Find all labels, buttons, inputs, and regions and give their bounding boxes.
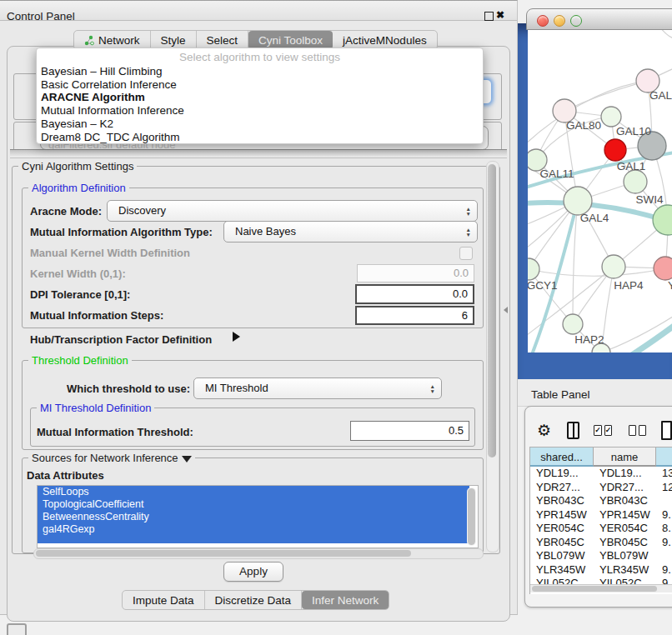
- algorithm-option[interactable]: Bayesian – Hill Climbing: [37, 65, 483, 78]
- deselect-all-checkbox-icon[interactable]: [629, 425, 636, 436]
- table-row[interactable]: YBR043CYBR043C: [530, 494, 672, 508]
- table-cell[interactable]: YDL19...: [594, 467, 656, 481]
- zoom-traffic-light-icon[interactable]: [570, 15, 582, 27]
- attribute-item-partial[interactable]: [38, 536, 469, 543]
- data-attributes-list[interactable]: SelfLoopsTopologicalCoefficientBetweenne…: [37, 485, 479, 548]
- table-cell[interactable]: 9.: [656, 508, 672, 522]
- algorithm-option[interactable]: Basic Correlation Inference: [37, 78, 483, 92]
- column-header-partial[interactable]: [656, 448, 672, 467]
- minimize-traffic-light-icon[interactable]: [554, 15, 565, 27]
- network-edge[interactable]: [659, 30, 672, 40]
- expand-arrow-icon[interactable]: [233, 332, 240, 342]
- algorithm-option[interactable]: ARACNE Algorithm: [37, 91, 483, 104]
- table-cell[interactable]: YBR045C: [530, 536, 594, 550]
- table-cell[interactable]: YPR145W: [530, 508, 594, 522]
- node-table[interactable]: shared... name YDL19...YDL19...13YDR27..…: [529, 447, 672, 594]
- table-cell[interactable]: YBR045C: [594, 536, 656, 550]
- table-cell[interactable]: 9.: [656, 563, 672, 578]
- mi-threshold-field[interactable]: 0.5: [350, 421, 469, 441]
- tab-jactivemnodules[interactable]: jActiveMNodules: [333, 31, 437, 49]
- table-row[interactable]: YDR27...YDR27...12: [530, 481, 672, 495]
- table-cell[interactable]: YDR27...: [530, 481, 594, 495]
- table-row[interactable]: YBL079WYBL079W: [530, 549, 672, 563]
- deselect-all-checkbox-icon[interactable]: [639, 425, 646, 436]
- mi-steps-field[interactable]: 6: [355, 306, 474, 325]
- attribute-item[interactable]: gal4RGexp: [38, 523, 469, 536]
- table-row[interactable]: YLR345WYLR345W9.: [530, 563, 672, 578]
- network-node[interactable]: [564, 187, 592, 215]
- table-row[interactable]: YDL19...YDL19...13: [530, 467, 672, 481]
- table-cell[interactable]: YBR043C: [594, 494, 656, 508]
- minimized-panel-icon[interactable]: [7, 623, 27, 635]
- tab-style[interactable]: Style: [151, 31, 197, 49]
- close-traffic-light-icon[interactable]: [537, 15, 549, 27]
- table-options-gear-icon[interactable]: ⚙: [537, 421, 551, 440]
- attribute-item[interactable]: TopologicalCoefficient: [38, 498, 469, 511]
- table-row[interactable]: YPR145WYPR145W9.: [530, 508, 672, 522]
- attribute-item[interactable]: SelfLoops: [38, 486, 469, 498]
- tab-discretize-data[interactable]: Discretize Data: [205, 591, 303, 609]
- table-cell[interactable]: YLR345W: [594, 563, 656, 578]
- table-cell[interactable]: [656, 494, 672, 508]
- attributes-scrollbar-thumb[interactable]: [468, 488, 475, 545]
- tab-infer-network[interactable]: Infer Network: [302, 591, 389, 609]
- table-cell[interactable]: YER054C: [530, 522, 594, 536]
- table-cell[interactable]: 12: [656, 481, 672, 495]
- kernel-width-field[interactable]: 0.0: [357, 264, 474, 282]
- manual-kernel-width-checkbox[interactable]: [459, 247, 473, 260]
- select-all-checkbox-icon[interactable]: ✓: [604, 425, 613, 436]
- network-node[interactable]: [602, 255, 625, 278]
- float-window-icon[interactable]: [484, 12, 494, 21]
- apply-button[interactable]: Apply: [223, 562, 283, 582]
- network-node[interactable]: [601, 107, 621, 127]
- table-cell[interactable]: YBR043C: [530, 494, 594, 508]
- network-edge-highlighted[interactable]: [628, 322, 672, 352]
- network-node[interactable]: [563, 314, 583, 334]
- table-horizontal-scrollbar[interactable]: [530, 584, 672, 592]
- column-header-name[interactable]: name: [594, 448, 656, 467]
- settings-horizontal-scrollbar[interactable]: [33, 548, 484, 559]
- table-cell[interactable]: 8.: [656, 522, 672, 536]
- table-cell[interactable]: YDR27...: [594, 481, 656, 495]
- algorithm-option[interactable]: Mutual Information Inference: [37, 104, 483, 118]
- table-cell[interactable]: 13: [656, 467, 672, 481]
- collapse-arrow-icon[interactable]: [182, 456, 192, 462]
- table-cell[interactable]: YER054C: [594, 522, 656, 536]
- network-node[interactable]: [624, 170, 647, 193]
- column-header-shared-name[interactable]: shared...: [530, 448, 594, 467]
- network-node[interactable]: [528, 258, 539, 280]
- panel-divider-handle[interactable]: [504, 307, 508, 313]
- close-icon[interactable]: ✖: [496, 9, 504, 21]
- tab-impute-data[interactable]: Impute Data: [123, 591, 205, 609]
- table-row[interactable]: YBR045CYBR045C9.: [530, 536, 672, 550]
- algorithm-option[interactable]: Bayesian – K2: [37, 118, 483, 131]
- table-cell[interactable]: 9.: [656, 536, 672, 550]
- network-node[interactable]: [604, 139, 626, 161]
- select-all-checkbox-icon[interactable]: ✓: [594, 425, 602, 436]
- settings-vertical-scrollbar-thumb[interactable]: [488, 164, 496, 458]
- table-cell[interactable]: YDL19...: [530, 467, 594, 481]
- table-cell[interactable]: YPR145W: [594, 508, 656, 522]
- tab-network[interactable]: Network: [74, 31, 151, 49]
- network-window-titlebar[interactable]: [526, 8, 672, 30]
- tab-cyni-toolbox[interactable]: Cyni Toolbox: [248, 31, 333, 49]
- table-row[interactable]: YER054CYER054C8.: [530, 522, 672, 536]
- table-cell[interactable]: [656, 549, 672, 563]
- network-edge[interactable]: [529, 268, 665, 276]
- network-node[interactable]: [654, 257, 672, 280]
- mi-algorithm-type-combobox[interactable]: Naive Bayes ▲▼: [223, 221, 478, 242]
- new-table-page-icon[interactable]: [661, 421, 672, 440]
- table-cell[interactable]: YLR345W: [530, 563, 594, 578]
- algorithm-option[interactable]: Dream8 DC_TDC Algorithm: [37, 131, 483, 144]
- table-cell[interactable]: YBL079W: [530, 549, 594, 563]
- split-columns-icon[interactable]: [567, 422, 579, 439]
- attribute-item[interactable]: BetweennessCentrality: [38, 511, 469, 523]
- which-threshold-combobox[interactable]: MI Threshold ▲▼: [193, 378, 442, 399]
- tab-select[interactable]: Select: [197, 31, 249, 49]
- table-horizontal-scrollbar-thumb[interactable]: [532, 586, 657, 592]
- settings-vertical-scrollbar[interactable]: [486, 161, 499, 552]
- table-cell[interactable]: YBL079W: [594, 549, 656, 563]
- aracne-mode-combobox[interactable]: Discovery ▲▼: [107, 200, 478, 222]
- dpi-tolerance-field[interactable]: 0.0: [355, 284, 474, 304]
- settings-horizontal-scrollbar-thumb[interactable]: [36, 550, 411, 557]
